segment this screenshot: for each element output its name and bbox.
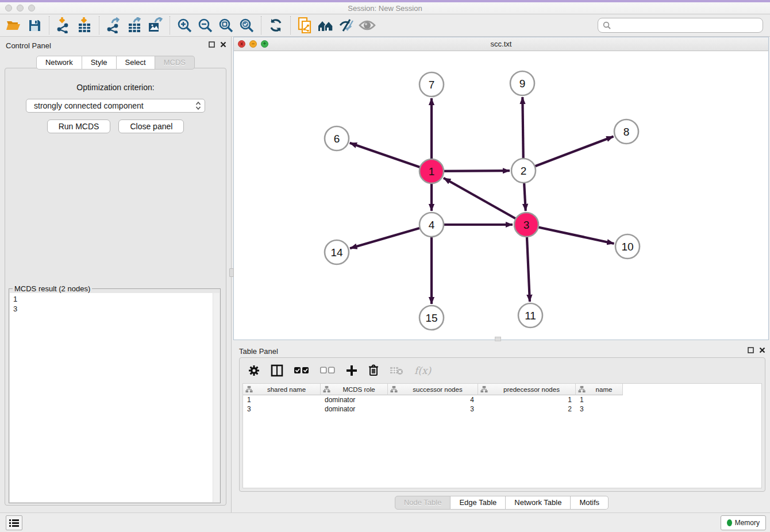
zoom-out-icon[interactable] [195, 16, 215, 34]
toolbar-separator [170, 16, 170, 34]
close-panel-button[interactable]: Close panel [118, 119, 184, 133]
task-history-button[interactable] [6, 515, 22, 530]
table-options-icon[interactable] [248, 365, 260, 376]
float-panel-icon[interactable] [748, 347, 754, 353]
column-header-MCDS-role[interactable]: MCDS role [321, 384, 388, 395]
network-canvas[interactable]: 7968124314101511 [234, 51, 768, 340]
criterion-dropdown[interactable]: strongly connected component [26, 99, 205, 113]
column-header-name[interactable]: name [576, 384, 623, 395]
memory-label: Memory [735, 519, 760, 527]
graph-node-10[interactable]: 10 [615, 234, 640, 259]
tab-select[interactable]: Select [117, 56, 155, 70]
memory-status-icon [727, 519, 732, 526]
open-session-icon[interactable] [3, 16, 24, 34]
column-header-shared-name[interactable]: shared name [243, 384, 321, 395]
column-header-predecessor-nodes[interactable]: predecessor nodes [478, 384, 576, 395]
network-graph[interactable]: 7968124314101511 [234, 51, 768, 340]
graph-node-3[interactable]: 3 [514, 213, 538, 237]
add-column-icon[interactable] [346, 365, 357, 376]
hide-selected-icon[interactable] [336, 16, 357, 34]
graph-edge-3-1[interactable] [444, 178, 526, 225]
export-table-icon[interactable] [124, 16, 145, 34]
table-cell[interactable]: 3 [388, 404, 478, 414]
table-cell[interactable]: dominator [321, 404, 388, 414]
table-row[interactable]: 1dominator411 [243, 395, 761, 404]
tab-mcds[interactable]: MCDS [155, 56, 195, 70]
tab-network[interactable]: Network [36, 56, 82, 70]
zoom-in-icon[interactable] [174, 16, 195, 34]
graph-node-8[interactable]: 8 [614, 119, 638, 144]
zoom-fit-icon[interactable] [215, 16, 236, 34]
function-builder-icon: f(x) [414, 365, 431, 376]
float-panel-icon[interactable] [209, 41, 215, 48]
graph-edge-1-6[interactable] [350, 143, 432, 171]
table-cell[interactable]: 2 [478, 404, 576, 414]
mcds-result-list[interactable]: 13 [10, 293, 220, 502]
table-cell[interactable]: 3 [576, 404, 623, 414]
graph-node-2[interactable]: 2 [511, 159, 536, 183]
mcds-tab-panel: Optimization criterion: strongly connect… [5, 68, 226, 506]
show-all-icon[interactable] [357, 16, 378, 34]
column-header-successor-nodes[interactable]: successor nodes [388, 384, 478, 395]
graph-edge-2-8[interactable] [523, 137, 614, 171]
tab-motifs[interactable]: Motifs [571, 496, 609, 510]
graph-node-11[interactable]: 11 [518, 303, 542, 327]
table-cell[interactable]: dominator [321, 395, 388, 404]
column-header-label: successor nodes [400, 386, 475, 393]
graph-node-label: 3 [523, 219, 530, 231]
close-panel-icon[interactable] [759, 347, 765, 353]
table-cell[interactable]: 3 [243, 404, 321, 414]
column-layout-icon[interactable] [271, 364, 283, 377]
search-field[interactable] [598, 18, 763, 33]
export-network-icon[interactable] [103, 16, 124, 34]
import-network-icon[interactable] [53, 16, 74, 34]
import-table-icon[interactable] [74, 16, 95, 34]
tab-node-table[interactable]: Node Table [395, 496, 451, 510]
node-table[interactable]: shared nameMCDS rolesuccessor nodesprede… [242, 383, 762, 488]
table-cell[interactable]: 1 [243, 395, 321, 404]
graph-edge-3-10[interactable] [526, 225, 614, 244]
zoom-selected-icon[interactable] [236, 16, 257, 34]
graph-node-14[interactable]: 14 [325, 240, 349, 264]
table-cell[interactable]: 4 [388, 395, 478, 404]
save-session-icon[interactable] [24, 16, 45, 34]
column-tree-icon [245, 385, 253, 393]
graph-node-6[interactable]: 6 [325, 126, 349, 151]
select-all-columns-icon[interactable] [294, 367, 309, 374]
network-frame-titlebar[interactable]: x − + scc.txt [234, 37, 768, 51]
column-header-label: name [588, 386, 620, 393]
optimization-criterion-label: Optimization criterion: [5, 83, 226, 92]
table-panel: Table Panel f(x) shared nameMCDS rolesuc… [233, 342, 770, 512]
graph-node-4[interactable]: 4 [419, 213, 444, 237]
graph-node-label: 15 [425, 312, 437, 324]
search-input[interactable] [611, 20, 763, 31]
tab-network-table[interactable]: Network Table [506, 496, 571, 510]
refresh-icon[interactable] [265, 16, 286, 34]
run-mcds-button[interactable]: Run MCDS [47, 119, 111, 133]
tab-edge-table[interactable]: Edge Table [451, 496, 506, 510]
table-cell[interactable]: 1 [478, 395, 576, 404]
delete-table-icon[interactable] [390, 366, 403, 375]
first-neighbors-icon[interactable] [315, 16, 336, 34]
mcds-result-line: 1 [10, 293, 220, 304]
control-panel-tabs: NetworkStyleSelectMCDS [0, 56, 231, 70]
graph-node-1[interactable]: 1 [419, 159, 444, 183]
status-bar: Memory [0, 512, 770, 532]
graph-node-9[interactable]: 9 [510, 71, 534, 95]
column-tree-icon [480, 385, 488, 393]
close-panel-icon[interactable] [220, 41, 226, 48]
table-cell[interactable]: 1 [576, 395, 623, 404]
table-row[interactable]: 3dominator323 [243, 404, 761, 414]
memory-button[interactable]: Memory [721, 515, 766, 530]
tab-style[interactable]: Style [82, 56, 117, 70]
unselect-all-columns-icon[interactable] [320, 367, 335, 374]
graph-node-7[interactable]: 7 [419, 72, 444, 97]
horizontal-splitter-grip[interactable] [495, 337, 501, 341]
graph-node-label: 9 [519, 78, 526, 90]
delete-column-icon[interactable] [368, 364, 379, 376]
graph-node-15[interactable]: 15 [419, 306, 444, 330]
column-header-label: MCDS role [333, 386, 385, 393]
vertical-splitter-grip[interactable] [229, 268, 234, 277]
duplicate-network-icon[interactable] [295, 16, 315, 34]
export-image-icon[interactable] [145, 16, 165, 34]
